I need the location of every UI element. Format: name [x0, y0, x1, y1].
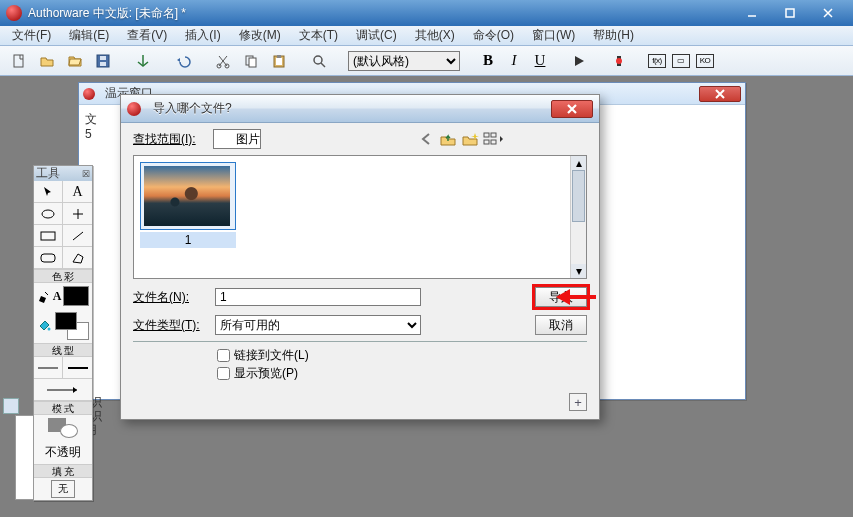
menu-debug[interactable]: 调试(C) [350, 25, 403, 46]
filetype-label: 文件类型(T): [133, 317, 209, 334]
expand-button[interactable]: + [569, 393, 587, 411]
text-tool[interactable]: A [63, 181, 92, 203]
line-style-1[interactable] [34, 357, 63, 379]
file-thumbnail[interactable]: 1 [140, 162, 236, 248]
dialog-titlebar[interactable]: 导入哪个文件? [121, 95, 599, 123]
svg-rect-28 [491, 140, 496, 144]
window-buttons [737, 6, 849, 20]
thumbnail-image [144, 166, 230, 226]
filename-input[interactable] [215, 288, 421, 306]
roundrect-tool[interactable] [34, 247, 63, 269]
debug-icon[interactable] [608, 50, 630, 72]
svg-point-21 [48, 328, 51, 331]
dialog-close-button[interactable] [551, 100, 593, 118]
left-strip-icon[interactable] [3, 398, 19, 414]
underline-button[interactable]: U [530, 52, 550, 69]
svg-rect-4 [100, 56, 106, 60]
ko-button[interactable]: KO [696, 54, 714, 68]
oval-tool[interactable] [34, 203, 63, 225]
menu-file[interactable]: 文件(F) [6, 25, 57, 46]
pointer-tool[interactable] [34, 181, 63, 203]
line-style-2[interactable] [63, 357, 92, 379]
italic-button[interactable]: I [504, 52, 524, 69]
menu-text[interactable]: 文本(T) [293, 25, 344, 46]
new-icon[interactable] [8, 50, 30, 72]
link-checkbox[interactable] [217, 349, 230, 362]
bold-button[interactable]: B [478, 52, 498, 69]
list-scrollbar[interactable]: ▴ ▾ [570, 156, 586, 278]
back-icon[interactable] [419, 132, 435, 146]
opacity-label: 不透明 [34, 441, 92, 464]
palette-title[interactable]: 工具 ☒ [34, 166, 92, 181]
preview-checkbox[interactable] [217, 367, 230, 380]
find-icon[interactable] [308, 50, 330, 72]
svg-rect-26 [491, 133, 496, 137]
fill-none[interactable]: 无 [34, 478, 92, 500]
svg-rect-27 [484, 140, 489, 144]
bucket-icon[interactable] [37, 319, 51, 333]
open-icon[interactable] [36, 50, 58, 72]
run-icon[interactable] [568, 50, 590, 72]
svg-point-15 [42, 210, 54, 218]
func-button[interactable]: f(x) [648, 54, 666, 68]
svg-rect-25 [484, 133, 489, 137]
app-icon [6, 5, 22, 21]
save-icon[interactable] [92, 50, 114, 72]
polygon-tool[interactable] [63, 247, 92, 269]
design-left-label2: 5 [85, 127, 92, 141]
view-menu-icon[interactable] [483, 131, 505, 147]
var-button[interactable]: ▭ [672, 54, 690, 68]
rect-tool[interactable] [34, 225, 63, 247]
style-combo[interactable]: (默认风格) [348, 51, 460, 71]
design-close-button[interactable] [699, 86, 741, 102]
menu-insert[interactable]: 插入(I) [179, 25, 226, 46]
scroll-thumb[interactable] [572, 170, 585, 222]
menubar: 文件(F) 编辑(E) 查看(V) 插入(I) 修改(M) 文本(T) 调试(C… [0, 26, 853, 46]
menu-command[interactable]: 命令(O) [467, 25, 520, 46]
scroll-down-icon[interactable]: ▾ [571, 264, 586, 278]
cancel-button[interactable]: 取消 [535, 315, 587, 335]
dialog-icon [127, 102, 141, 116]
diagonal-tool[interactable] [63, 225, 92, 247]
filetype-combo[interactable]: 所有可用的 [215, 315, 421, 335]
svg-point-12 [314, 56, 322, 64]
svg-rect-3 [100, 62, 106, 66]
window-title: Authorware 中文版: [未命名] * [28, 5, 186, 22]
menu-help[interactable]: 帮助(H) [587, 25, 640, 46]
line-tool[interactable] [63, 203, 92, 225]
svg-point-14 [616, 58, 622, 64]
cut-icon[interactable] [212, 50, 234, 72]
main-titlebar: Authorware 中文版: [未命名] * [0, 0, 853, 26]
minimize-button[interactable] [737, 6, 767, 20]
copy-icon[interactable] [240, 50, 262, 72]
tool-palette[interactable]: 工具 ☒ A 色 彩 A 线 型 模 式 [33, 165, 93, 501]
svg-rect-11 [277, 55, 281, 58]
svg-rect-18 [41, 232, 55, 240]
undo-icon[interactable] [172, 50, 194, 72]
maximize-button[interactable] [775, 6, 805, 20]
close-button[interactable] [813, 6, 843, 20]
arrow-style[interactable] [34, 379, 92, 401]
menu-other[interactable]: 其他(X) [409, 25, 461, 46]
palette-mode-section: 模 式 [34, 401, 92, 415]
menu-view[interactable]: 查看(V) [121, 25, 173, 46]
import-icon[interactable] [132, 50, 154, 72]
svg-line-19 [73, 232, 83, 240]
palette-close-icon[interactable]: ☒ [82, 169, 90, 179]
svg-rect-8 [249, 58, 256, 67]
menu-modify[interactable]: 修改(M) [233, 25, 287, 46]
lookin-combo[interactable]: 图片 [213, 129, 261, 149]
paste-icon[interactable] [268, 50, 290, 72]
open-all-icon[interactable] [64, 50, 86, 72]
new-folder-icon[interactable] [461, 131, 479, 147]
fgbg-swatch[interactable] [55, 312, 89, 340]
menu-edit[interactable]: 编辑(E) [63, 25, 115, 46]
svg-rect-0 [786, 9, 794, 17]
up-folder-icon[interactable] [439, 131, 457, 147]
text-color-swatch[interactable] [63, 286, 89, 306]
file-list[interactable]: 1 ▴ ▾ [133, 155, 587, 279]
overlap-preview[interactable] [34, 415, 92, 441]
design-left-label: 文 [85, 111, 97, 128]
menu-window[interactable]: 窗口(W) [526, 25, 581, 46]
scroll-up-icon[interactable]: ▴ [571, 156, 586, 170]
